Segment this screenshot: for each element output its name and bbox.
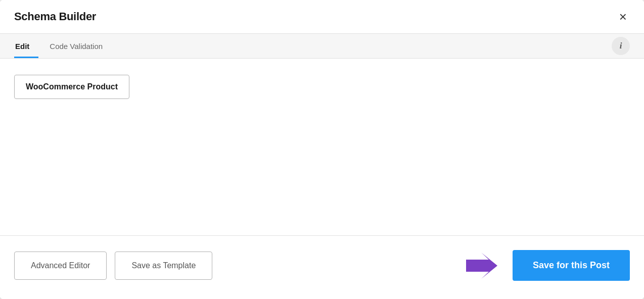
modal-header: Schema Builder × [0, 0, 644, 34]
modal-footer: Advanced Editor Save as Template Save fo… [0, 235, 644, 299]
modal-content: WooCommerce Product [0, 59, 644, 223]
advanced-editor-button[interactable]: Advanced Editor [14, 252, 107, 280]
info-button[interactable]: i [612, 37, 630, 55]
schema-type-badge: WooCommerce Product [14, 75, 129, 99]
footer-right: Save for this Post [461, 250, 630, 281]
tabs-list: Edit Code Validation [14, 34, 122, 58]
modal-title: Schema Builder [14, 10, 96, 23]
tab-code-validation[interactable]: Code Validation [49, 34, 112, 58]
save-for-post-button[interactable]: Save for this Post [513, 250, 630, 281]
tabs-bar: Edit Code Validation i [0, 34, 644, 59]
arrow-icon [461, 251, 507, 281]
save-as-template-button[interactable]: Save as Template [115, 252, 212, 280]
schema-builder-modal: Schema Builder × Edit Code Validation i … [0, 0, 644, 299]
footer-left-buttons: Advanced Editor Save as Template [14, 252, 212, 280]
tab-edit[interactable]: Edit [14, 34, 38, 58]
svg-marker-0 [466, 253, 497, 279]
close-button[interactable]: × [616, 9, 630, 24]
